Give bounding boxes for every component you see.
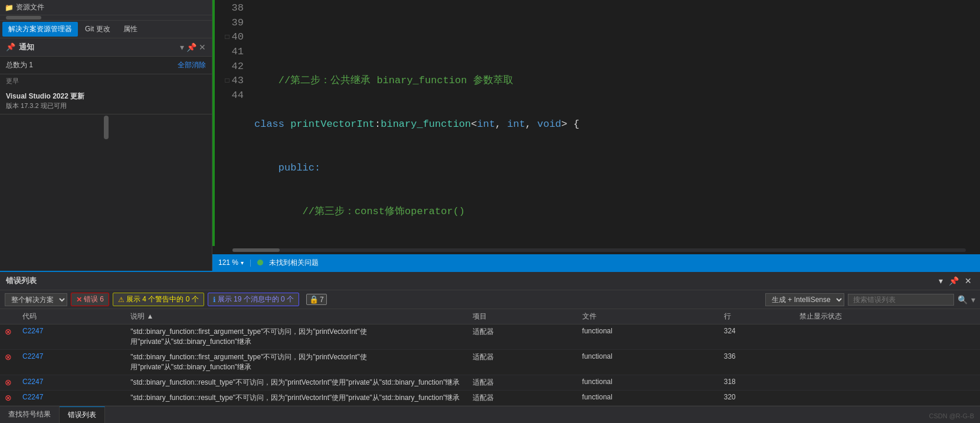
lock-icon-btn[interactable]: 🔒 7 bbox=[306, 294, 327, 305]
error-panel: 错误列表 ▾ 📌 ✕ 整个解决方案 ✕ 错误 6 ⚠ 展示 4 个警告中的 0 … bbox=[0, 271, 980, 406]
search-error-input[interactable] bbox=[848, 294, 954, 306]
error-code-link-0[interactable]: C2247 bbox=[22, 327, 43, 335]
col-file[interactable]: 文件 bbox=[578, 309, 719, 324]
sidebar-scrollbar-area bbox=[0, 114, 212, 271]
type-void: void bbox=[537, 117, 562, 132]
resource-label: 资源文件 bbox=[16, 2, 44, 12]
sidebar-hscroll[interactable] bbox=[0, 15, 212, 21]
row-line-0: 324 bbox=[719, 324, 795, 350]
col-line[interactable]: 行 bbox=[719, 309, 795, 324]
row-code-1[interactable]: C2247 bbox=[18, 350, 126, 375]
row-file-1: functional bbox=[578, 350, 719, 375]
hscroll-thumb[interactable] bbox=[232, 248, 280, 252]
row-suppress-3 bbox=[795, 391, 980, 406]
tab-properties[interactable]: 属性 bbox=[117, 22, 143, 37]
error-table-body: ⊗ C2247 "std::binary_function::first_arg… bbox=[0, 324, 980, 406]
notification-item-sub: 版本 17.3.2 现已可用 bbox=[6, 101, 206, 110]
row-file-0: functional bbox=[578, 324, 719, 350]
main-container: 📁 资源文件 解决方案资源管理器 Git 更改 属性 📌 通知 bbox=[0, 0, 980, 423]
sidebar-scroll-thumb[interactable] bbox=[104, 116, 109, 139]
notification-count-row: 总数为 1 全部消除 bbox=[0, 57, 212, 74]
error-panel-close-btn[interactable]: ✕ bbox=[962, 275, 974, 287]
line-num-41: 41 bbox=[217, 45, 244, 60]
col-code[interactable]: 代码 bbox=[18, 309, 126, 324]
code-line-42: //第三步：const修饰operator() bbox=[254, 205, 980, 219]
error-panel-controls: ▾ 📌 ✕ bbox=[936, 275, 974, 287]
zoom-selector[interactable]: 121 % ▾ bbox=[218, 258, 244, 267]
col-suppress[interactable]: 禁止显示状态 bbox=[795, 309, 980, 324]
error-table-container[interactable]: 代码 说明 ▲ 项目 文件 行 禁止显示状态 ⊗ C2247 "std::bin… bbox=[0, 309, 980, 406]
code-hscroll[interactable] bbox=[212, 246, 980, 254]
resource-header: 📁 资源文件 bbox=[0, 0, 212, 15]
col-desc[interactable]: 说明 ▲ bbox=[126, 309, 468, 324]
row-file-2: functional bbox=[578, 375, 719, 391]
notification-section-earlier: 更早 bbox=[0, 74, 212, 88]
colon-op: : bbox=[375, 117, 381, 132]
error-code-link-1[interactable]: C2247 bbox=[22, 352, 43, 360]
error-code-link-3[interactable]: C2247 bbox=[22, 393, 43, 401]
error-x-icon: ✕ bbox=[76, 296, 82, 304]
code-area: 38 39 □40 41 42 □43 44 //第二步：公共继承 binary… bbox=[212, 0, 980, 246]
tab-find-symbol[interactable]: 查找符号结果 bbox=[0, 406, 60, 423]
notification-title: 通知 bbox=[19, 42, 34, 53]
row-icon-cell-3: ⊗ bbox=[0, 391, 18, 406]
row-desc-0: "std::binary_function::first_argument_ty… bbox=[126, 324, 468, 350]
panel-pin-btn[interactable]: ▾ bbox=[180, 42, 184, 52]
code-comment-42: //第三步：const修饰operator() bbox=[254, 205, 465, 219]
tab-solution-explorer[interactable]: 解决方案资源管理器 bbox=[2, 22, 78, 37]
top-area: 📁 资源文件 解决方案资源管理器 Git 更改 属性 📌 通知 bbox=[0, 0, 980, 271]
build-select[interactable]: 生成 + IntelliSense bbox=[765, 293, 844, 306]
pin-icon: 📌 bbox=[6, 42, 15, 51]
warnings-count-label: 展示 4 个警告中的 0 个 bbox=[126, 294, 199, 304]
search-icon[interactable]: 🔍 bbox=[958, 295, 968, 304]
scope-select[interactable]: 整个解决方案 bbox=[5, 293, 67, 306]
row-line-1: 336 bbox=[719, 350, 795, 375]
row-file-3: functional bbox=[578, 391, 719, 406]
line-num-38: 38 bbox=[217, 1, 244, 16]
kw-public: public: bbox=[254, 161, 320, 176]
code-content[interactable]: //第二步：公共继承 binary_function 参数萃取 class pr… bbox=[250, 0, 980, 246]
status-dot bbox=[257, 260, 263, 265]
errors-filter-btn[interactable]: ✕ 错误 6 bbox=[71, 293, 109, 306]
error-panel-title: 错误列表 bbox=[6, 276, 37, 286]
lock-icon: 🔒 bbox=[309, 295, 319, 304]
panel-dock-btn[interactable]: 📌 bbox=[186, 42, 196, 52]
col-icon[interactable] bbox=[0, 309, 18, 324]
tab-error-list[interactable]: 错误列表 bbox=[60, 406, 105, 423]
zoom-dropdown-icon: ▾ bbox=[241, 260, 244, 266]
error-table: 代码 说明 ▲ 项目 文件 行 禁止显示状态 ⊗ C2247 "std::bin… bbox=[0, 309, 980, 406]
warning-icon: ⚠ bbox=[118, 296, 124, 304]
notification-item: Visual Studio 2022 更新 版本 17.3.2 现已可用 bbox=[0, 88, 212, 114]
notification-count: 总数为 1 bbox=[6, 60, 33, 70]
col-project[interactable]: 项目 bbox=[468, 309, 577, 324]
messages-filter-btn[interactable]: ℹ 展示 19 个消息中的 0 个 bbox=[208, 293, 299, 306]
row-code-2[interactable]: C2247 bbox=[18, 375, 126, 391]
table-row: ⊗ C2247 "std::binary_function::result_ty… bbox=[0, 375, 980, 391]
row-code-0[interactable]: C2247 bbox=[18, 324, 126, 350]
lock-count: 7 bbox=[320, 296, 324, 304]
line-numbers: 38 39 □40 41 42 □43 44 bbox=[217, 0, 250, 246]
table-row: ⊗ C2247 "std::binary_function::result_ty… bbox=[0, 391, 980, 406]
type-int-2: int bbox=[507, 117, 526, 132]
error-code-link-2[interactable]: C2247 bbox=[22, 378, 43, 386]
row-suppress-1 bbox=[795, 350, 980, 375]
row-project-3: 适配器 bbox=[468, 391, 577, 406]
error-panel-pin-btn[interactable]: ▾ bbox=[936, 275, 945, 287]
type-int-1: int bbox=[477, 117, 495, 132]
search-settings-icon[interactable]: ▾ bbox=[971, 295, 975, 304]
clear-all-btn[interactable]: 全部消除 bbox=[178, 60, 206, 70]
row-code-3[interactable]: C2247 bbox=[18, 391, 126, 406]
panel-close-btn[interactable]: ✕ bbox=[199, 42, 206, 52]
code-line-38 bbox=[254, 30, 980, 45]
warnings-filter-btn[interactable]: ⚠ 展示 4 个警告中的 0 个 bbox=[113, 293, 204, 306]
error-panel-dock-btn[interactable]: 📌 bbox=[946, 275, 961, 287]
tab-git-changes[interactable]: Git 更改 bbox=[79, 22, 116, 37]
code-comment-39: //第二步：公共继承 binary_function 参数萃取 bbox=[254, 74, 513, 88]
base-class: binary_function bbox=[381, 117, 471, 132]
row-icon-cell-2: ⊗ bbox=[0, 375, 18, 391]
status-text: 未找到相关问题 bbox=[269, 258, 319, 268]
error-panel-header: 错误列表 ▾ 📌 ✕ bbox=[0, 272, 980, 290]
messages-count-label: 展示 19 个消息中的 0 个 bbox=[218, 294, 294, 304]
line-num-39: 39 bbox=[217, 16, 244, 31]
template-open: < bbox=[471, 117, 477, 132]
